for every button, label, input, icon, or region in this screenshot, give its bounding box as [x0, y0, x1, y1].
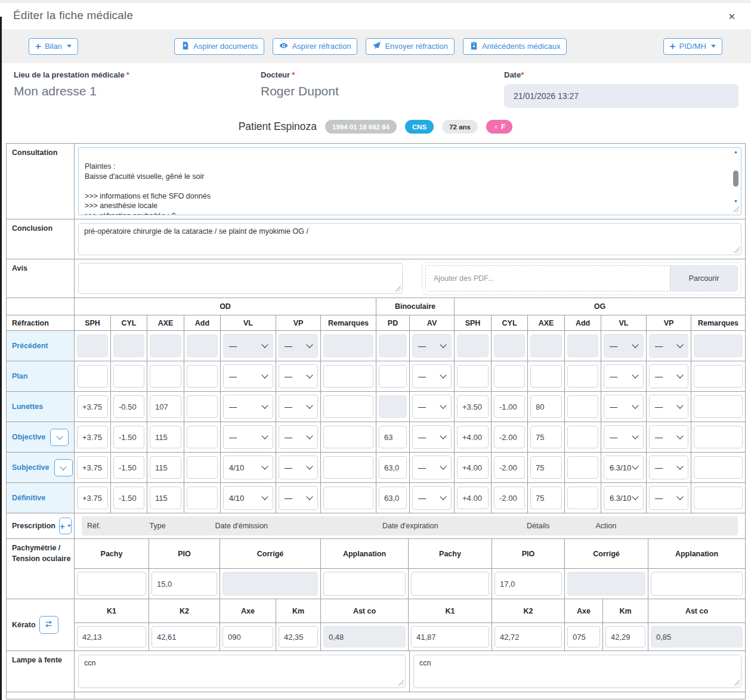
lieu-value[interactable]: Mon adresse 1 — [14, 84, 261, 98]
add-input[interactable] — [567, 365, 598, 388]
remarques-input[interactable] — [694, 456, 743, 479]
vl-select[interactable]: — — [604, 364, 644, 388]
sph-input[interactable] — [77, 395, 108, 418]
vl-select[interactable]: — — [223, 395, 273, 419]
scroll-up-icon[interactable]: ▲ — [734, 149, 738, 154]
vp-select[interactable]: — — [649, 395, 688, 419]
km-og-input[interactable] — [605, 626, 645, 648]
vp-select[interactable]: — — [649, 486, 688, 510]
cyl-input[interactable] — [113, 487, 144, 509]
sph-input[interactable] — [457, 456, 489, 479]
vp-select[interactable]: — — [279, 425, 318, 449]
km-od-input[interactable] — [279, 626, 318, 648]
antecedents-medicaux-button[interactable]: Antécédents médicaux — [463, 38, 567, 55]
aspirer-refraction-button[interactable]: Aspirer réfraction — [273, 38, 357, 55]
vl-select[interactable]: — — [604, 425, 644, 449]
consultation-scrollbar[interactable]: ▲ ▼ — [731, 149, 740, 204]
sph-input[interactable] — [457, 487, 489, 509]
av-select[interactable]: — — [412, 364, 452, 388]
axe-input[interactable] — [530, 426, 562, 448]
k2-og-input[interactable] — [495, 626, 562, 648]
add-prescription-button[interactable]: + — [59, 518, 72, 534]
vp-select[interactable]: — — [649, 425, 688, 449]
cyl-input[interactable] — [494, 365, 525, 388]
remarques-input[interactable] — [323, 456, 373, 479]
remarques-input[interactable] — [323, 365, 373, 388]
add-input[interactable] — [187, 487, 218, 509]
sph-input[interactable] — [77, 487, 108, 509]
av-select[interactable]: — — [412, 486, 452, 510]
subjective-expand-button[interactable] — [54, 459, 73, 476]
cyl-input[interactable] — [494, 395, 525, 418]
pd-input[interactable] — [379, 456, 407, 479]
docteur-value[interactable]: Roger Dupont — [261, 84, 504, 98]
cyl-input[interactable] — [494, 456, 525, 479]
axe-input[interactable] — [530, 456, 562, 479]
cyl-input[interactable] — [494, 487, 525, 509]
pd-input[interactable] — [379, 487, 407, 509]
vp-select[interactable]: — — [279, 364, 318, 388]
scrollbar-thumb[interactable] — [733, 171, 738, 187]
add-input[interactable] — [567, 426, 598, 448]
axe-input[interactable] — [150, 456, 181, 479]
sph-input[interactable] — [77, 365, 108, 388]
pio-od-input[interactable] — [152, 572, 217, 596]
pachy-od-input[interactable] — [77, 572, 146, 596]
conclusion-textarea[interactable]: pré-opératoire chirurgie de la cataracte… — [78, 223, 741, 255]
date-input[interactable]: 21/01/2026 13:27 — [504, 84, 738, 108]
add-input[interactable] — [187, 456, 218, 479]
axe-input[interactable] — [530, 487, 562, 509]
envoyer-refraction-button[interactable]: Envoyer réfraction — [366, 38, 455, 55]
add-input[interactable] — [187, 365, 218, 388]
add-input[interactable] — [187, 426, 218, 448]
axe-input[interactable] — [150, 395, 181, 418]
av-select[interactable]: — — [412, 395, 452, 419]
av-select[interactable]: — — [412, 425, 452, 449]
add-input[interactable] — [567, 487, 598, 509]
remarques-input[interactable] — [694, 487, 743, 509]
sph-input[interactable] — [77, 456, 108, 479]
pdf-dropzone[interactable]: Ajouter des PDF... Parcourir — [422, 262, 741, 295]
lampe-od-textarea[interactable]: ccn — [78, 655, 406, 688]
cyl-input[interactable] — [113, 426, 144, 448]
axe-input[interactable] — [530, 365, 562, 388]
remarques-input[interactable] — [323, 487, 373, 509]
vp-select[interactable]: — — [649, 456, 688, 479]
k2-od-input[interactable] — [152, 626, 217, 648]
aspirer-documents-button[interactable]: Aspirer documents — [174, 38, 264, 55]
remarques-input[interactable] — [694, 426, 743, 448]
cyl-input[interactable] — [113, 456, 144, 479]
add-input[interactable] — [187, 395, 218, 418]
sph-input[interactable] — [77, 426, 108, 448]
pachy-og-input[interactable] — [411, 572, 489, 596]
av-select[interactable]: — — [412, 456, 452, 479]
bilan-button[interactable]: + Bilan — [29, 38, 78, 55]
remarques-input[interactable] — [323, 426, 373, 448]
avis-textarea[interactable] — [78, 263, 403, 294]
vl-select[interactable]: 6.3/10 — [604, 456, 644, 479]
axe-input[interactable] — [530, 395, 562, 418]
remarques-input[interactable] — [323, 395, 373, 418]
axe-od-input[interactable] — [222, 626, 273, 648]
swap-od-og-button[interactable] — [39, 616, 58, 634]
add-input[interactable] — [567, 456, 598, 479]
pid-mh-button[interactable]: + PID/MH — [663, 38, 722, 55]
axe-input[interactable] — [150, 487, 181, 509]
lampe-og-textarea[interactable]: ccn — [413, 655, 741, 688]
sph-input[interactable] — [457, 395, 489, 418]
browse-button[interactable]: Parcourir — [670, 266, 737, 291]
sph-input[interactable] — [457, 426, 489, 448]
vp-select[interactable]: — — [279, 486, 318, 510]
applanation-od-input[interactable] — [323, 572, 406, 596]
sph-input[interactable] — [457, 365, 489, 388]
pio-og-input[interactable] — [495, 572, 562, 596]
remarques-input[interactable] — [694, 395, 743, 418]
vl-select[interactable]: 4/10 — [223, 486, 273, 510]
remarques-input[interactable] — [694, 365, 743, 388]
vl-select[interactable]: — — [223, 425, 273, 449]
k1-od-input[interactable] — [77, 626, 146, 648]
cyl-input[interactable] — [494, 426, 525, 448]
add-input[interactable] — [567, 395, 598, 418]
vp-select[interactable]: — — [279, 395, 318, 419]
consultation-textarea[interactable]: Plaintes : Baisse d'acuité visuelle, gên… — [78, 147, 741, 215]
